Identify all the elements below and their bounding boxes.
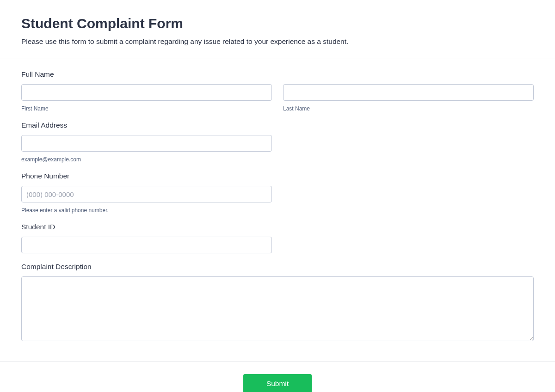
student-id-input[interactable] xyxy=(21,237,272,253)
field-student-id: Student ID xyxy=(21,223,534,253)
student-id-label: Student ID xyxy=(21,223,534,231)
complaint-label: Complaint Description xyxy=(21,263,534,271)
submit-button[interactable]: Submit xyxy=(243,374,312,392)
first-name-sublabel: First Name xyxy=(21,105,272,112)
form-header: Student Complaint Form Please use this f… xyxy=(0,0,555,59)
last-name-input[interactable] xyxy=(283,84,534,101)
form-footer: Submit xyxy=(0,361,555,392)
phone-label: Phone Number xyxy=(21,172,534,180)
field-complaint: Complaint Description xyxy=(21,263,534,343)
last-name-sublabel: Last Name xyxy=(283,105,534,112)
field-full-name: Full Name First Name Last Name xyxy=(21,70,534,112)
complaint-textarea[interactable] xyxy=(21,276,534,341)
form-subtitle: Please use this form to submit a complai… xyxy=(21,36,534,47)
full-name-label: Full Name xyxy=(21,70,534,79)
phone-sublabel: Please enter a valid phone number. xyxy=(21,207,272,214)
field-email: Email Address example@example.com xyxy=(21,121,534,163)
phone-input[interactable] xyxy=(21,186,272,202)
email-sublabel: example@example.com xyxy=(21,156,272,163)
email-input[interactable] xyxy=(21,135,272,152)
form-title: Student Complaint Form xyxy=(21,16,534,31)
email-label: Email Address xyxy=(21,121,534,129)
form-body: Full Name First Name Last Name Email Add… xyxy=(0,59,555,361)
field-phone: Phone Number Please enter a valid phone … xyxy=(21,172,534,214)
first-name-input[interactable] xyxy=(21,84,272,101)
